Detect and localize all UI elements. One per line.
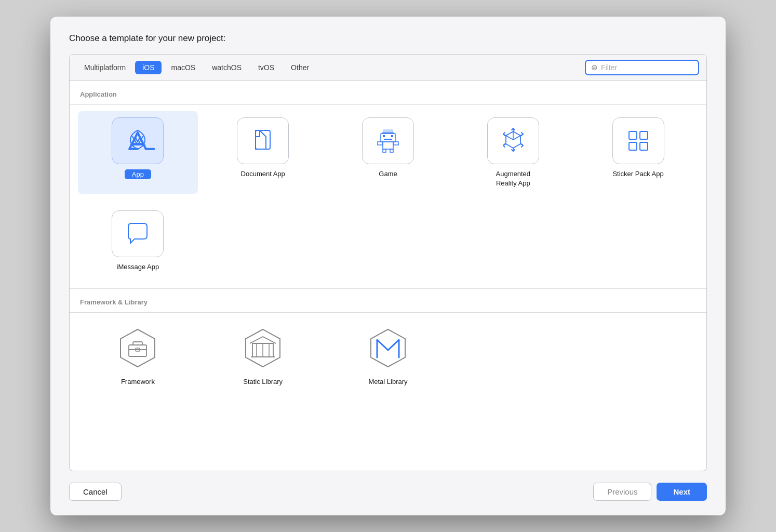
ar-app-icon [499,126,528,155]
cancel-button[interactable]: Cancel [69,483,122,501]
tab-multiplatform[interactable]: Multiplatform [77,61,133,74]
metal-library-icon-box [365,325,411,372]
document-app-icon-box [237,117,289,164]
dialog: Choose a template for your new project: … [50,17,726,515]
main-scroll: Application [70,81,706,471]
imessage-app-icon [123,219,152,248]
filter-icon: ⊜ [591,63,598,72]
svg-rect-11 [378,142,383,145]
tab-ios[interactable]: iOS [135,61,162,74]
footer-right: Previous Next [593,483,707,501]
filter-input[interactable] [601,63,693,72]
template-item-static-library[interactable]: Static Library [203,319,323,393]
template-item-sticker-pack[interactable]: Sticker Pack App [578,111,698,194]
document-app-label: Document App [241,169,285,179]
template-item-metal-library[interactable]: Metal Library [328,319,448,393]
template-item-app[interactable]: App [78,111,198,194]
imessage-app-label: iMessage App [117,262,159,272]
framework-icon [114,325,161,372]
next-button[interactable]: Next [657,483,707,501]
previous-button[interactable]: Previous [593,483,651,501]
template-item-imessage-app[interactable]: iMessage App [78,204,198,278]
svg-rect-5 [383,135,385,137]
svg-rect-10 [390,149,393,152]
ar-app-icon-box [487,117,539,164]
template-item-ar-app[interactable]: AugmentedReality App [453,111,573,194]
svg-rect-9 [383,149,386,152]
metal-library-icon [365,325,411,372]
app-icon-overlay [112,118,163,164]
content-area: Multiplatform iOS macOS watchOS tvOS Oth… [69,54,707,471]
tab-macos[interactable]: macOS [164,61,203,74]
svg-rect-25 [629,142,637,150]
static-library-icon-box [239,325,286,372]
framework-grid: Framework [70,313,706,403]
svg-line-15 [513,136,520,140]
tab-tvos[interactable]: tvOS [251,61,282,74]
game-icon-box [362,117,414,164]
application-section-header: Application [70,81,706,104]
framework-section-header: Framework & Library [70,289,706,312]
svg-rect-12 [393,142,398,145]
svg-rect-7 [384,139,392,140]
filter-wrapper: ⊜ [585,60,699,75]
document-app-icon [248,126,277,155]
game-label: Game [379,169,397,179]
svg-rect-28 [129,345,146,356]
svg-rect-24 [640,131,648,139]
svg-rect-6 [391,135,393,137]
svg-rect-4 [381,134,395,142]
svg-rect-26 [640,142,648,150]
static-library-icon [239,325,286,372]
framework-icon-box [114,325,161,372]
dialog-title: Choose a template for your new project: [69,33,707,44]
template-item-document-app[interactable]: Document App [203,111,323,194]
application-grid: App Document App [70,105,706,204]
svg-line-16 [506,136,513,140]
tab-watchos[interactable]: watchOS [205,61,249,74]
metal-library-label: Metal Library [368,377,407,387]
static-library-label: Static Library [243,377,283,387]
svg-rect-2 [383,129,393,132]
footer: Cancel Previous Next [69,483,707,501]
sticker-pack-label: Sticker Pack App [612,169,663,179]
app-label: App [125,169,151,179]
imessage-app-icon-box [112,210,164,257]
game-icon [373,126,403,155]
tab-bar: Multiplatform iOS macOS watchOS tvOS Oth… [70,55,706,81]
app-icon-box [112,117,164,164]
framework-label: Framework [121,377,155,387]
application-grid-row2: iMessage App [70,204,706,288]
sticker-pack-icon [624,126,653,155]
svg-rect-23 [629,131,637,139]
tab-other[interactable]: Other [284,61,316,74]
ar-app-label: AugmentedReality App [496,169,531,188]
sticker-pack-icon-box [612,117,664,164]
template-item-framework[interactable]: Framework [78,319,198,393]
template-item-game[interactable]: Game [328,111,448,194]
svg-marker-38 [371,329,405,367]
svg-rect-8 [383,142,393,149]
